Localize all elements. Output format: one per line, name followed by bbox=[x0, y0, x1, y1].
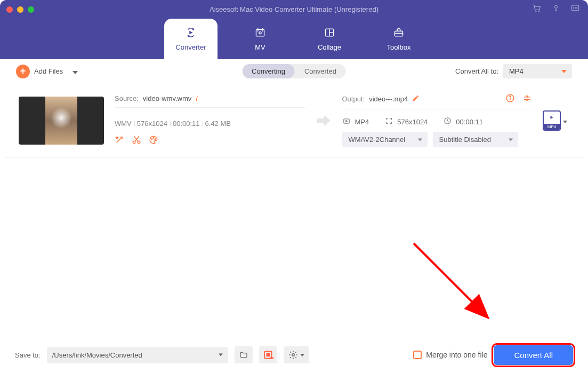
info-circle-icon[interactable] bbox=[505, 93, 515, 105]
expand-icon bbox=[385, 117, 393, 126]
arrow-icon bbox=[316, 115, 332, 126]
subtitle-select[interactable]: Subtitle Disabled bbox=[433, 132, 518, 147]
merge-checkbox[interactable] bbox=[413, 351, 422, 359]
feedback-icon[interactable] bbox=[570, 4, 581, 15]
enhance-icon[interactable] bbox=[115, 135, 124, 147]
main-nav: Converter MV Collage Toolbox bbox=[0, 19, 588, 59]
empty-area bbox=[5, 158, 583, 336]
output-resolution: 576x1024 bbox=[397, 118, 428, 126]
svg-point-18 bbox=[151, 138, 152, 139]
svg-point-17 bbox=[138, 141, 140, 144]
add-files-button[interactable]: + Add Files bbox=[16, 65, 78, 78]
source-column: Source: video-wmv.wmv i WMV 576x1024 00:… bbox=[115, 94, 305, 147]
svg-point-1 bbox=[538, 11, 539, 12]
source-filename: video-wmv.wmv bbox=[143, 94, 192, 102]
mv-icon bbox=[253, 27, 268, 40]
maximize-button[interactable] bbox=[28, 6, 34, 13]
svg-point-24 bbox=[510, 96, 511, 97]
output-filename: video---.mp4 bbox=[369, 95, 408, 103]
tab-converting[interactable]: Converting bbox=[242, 64, 295, 78]
open-folder-button[interactable] bbox=[235, 346, 253, 363]
output-duration: 00:00:11 bbox=[456, 118, 483, 126]
svg-marker-28 bbox=[563, 121, 567, 123]
video-thumbnail[interactable] bbox=[19, 97, 104, 145]
svg-point-20 bbox=[155, 138, 156, 139]
svg-marker-35 bbox=[300, 354, 304, 356]
video-icon bbox=[342, 117, 351, 126]
svg-point-9 bbox=[259, 32, 261, 34]
svg-point-6 bbox=[576, 7, 577, 8]
sub-toolbar: + Add Files Converting Converted Convert… bbox=[5, 59, 583, 83]
cart-icon[interactable] bbox=[531, 4, 542, 15]
merge-checkbox-group[interactable]: Merge into one file bbox=[413, 351, 487, 359]
settings-button[interactable] bbox=[284, 346, 309, 363]
app-window: Aiseesoft Mac Video Converter Ultimate (… bbox=[0, 0, 588, 373]
clock-icon bbox=[444, 117, 452, 126]
close-button[interactable] bbox=[6, 6, 13, 13]
save-to-label: Save to: bbox=[15, 351, 41, 359]
tab-label: Converter bbox=[175, 43, 206, 51]
format-badge-label: MP4 bbox=[544, 124, 560, 130]
tab-converted[interactable]: Converted bbox=[295, 64, 346, 78]
gpu-accel-button[interactable]: ON bbox=[259, 346, 277, 363]
chevron-down-icon[interactable] bbox=[73, 67, 78, 76]
bottom-bar: Save to: /Users/link/Movies/Converted ON… bbox=[5, 342, 583, 368]
svg-rect-32 bbox=[266, 353, 270, 357]
svg-point-0 bbox=[535, 11, 536, 12]
plus-icon: + bbox=[16, 65, 30, 78]
convert-all-to-label: Convert All to: bbox=[455, 67, 498, 75]
title-bar: Aiseesoft Mac Video Converter Ultimate (… bbox=[0, 0, 588, 19]
source-resolution: 576x1024 bbox=[137, 120, 167, 128]
file-list: Source: video-wmv.wmv i WMV 576x1024 00:… bbox=[5, 83, 583, 158]
key-icon[interactable] bbox=[552, 4, 560, 15]
edit-icon[interactable] bbox=[412, 94, 420, 104]
window-title: Aiseesoft Mac Video Converter Ultimate (… bbox=[210, 5, 378, 13]
convert-all-to-select[interactable]: MP4 bbox=[503, 64, 572, 78]
svg-rect-8 bbox=[256, 30, 264, 36]
svg-point-19 bbox=[153, 137, 154, 138]
status-tabs: Converting Converted bbox=[242, 64, 346, 78]
tab-toolbox[interactable]: Toolbox bbox=[372, 19, 425, 59]
svg-point-4 bbox=[573, 7, 574, 8]
output-format: MP4 bbox=[355, 118, 369, 126]
convert-all-button[interactable]: Convert All bbox=[494, 345, 573, 365]
audio-select[interactable]: WMAV2-2Channel bbox=[342, 132, 428, 147]
file-row: Source: video-wmv.wmv i WMV 576x1024 00:… bbox=[5, 83, 583, 158]
tab-collage[interactable]: Collage bbox=[303, 19, 356, 59]
toolbox-icon bbox=[391, 27, 406, 40]
svg-marker-7 bbox=[190, 31, 192, 34]
converter-icon bbox=[183, 27, 198, 40]
compress-icon[interactable] bbox=[522, 93, 532, 105]
tab-label: Collage bbox=[318, 43, 341, 51]
info-icon[interactable]: i bbox=[196, 94, 198, 103]
source-size: 6.42 MB bbox=[205, 120, 231, 128]
tab-converter[interactable]: Converter bbox=[164, 19, 218, 59]
minimize-button[interactable] bbox=[17, 6, 23, 13]
save-path-select[interactable]: /Users/link/Movies/Converted bbox=[47, 347, 228, 363]
source-meta: WMV 576x1024 00:00:11 6.42 MB bbox=[115, 120, 305, 128]
tab-label: Toolbox bbox=[387, 43, 411, 51]
svg-marker-26 bbox=[345, 120, 347, 122]
palette-icon[interactable] bbox=[149, 135, 158, 147]
output-label: Output: bbox=[342, 95, 365, 103]
svg-point-5 bbox=[575, 7, 575, 8]
output-format-button[interactable]: MP4 bbox=[543, 110, 561, 131]
traffic-lights bbox=[6, 6, 34, 13]
collage-icon bbox=[322, 27, 337, 40]
source-format: WMV bbox=[115, 120, 132, 128]
source-label: Source: bbox=[115, 94, 139, 102]
svg-marker-21 bbox=[317, 115, 331, 126]
svg-text:ON: ON bbox=[270, 356, 274, 360]
tab-mv[interactable]: MV bbox=[233, 19, 287, 59]
svg-point-2 bbox=[554, 5, 557, 8]
add-files-label: Add Files bbox=[34, 67, 63, 75]
svg-marker-15 bbox=[73, 71, 78, 74]
chevron-down-icon[interactable] bbox=[563, 116, 567, 125]
svg-point-34 bbox=[292, 354, 294, 356]
output-column: Output: video---.mp4 bbox=[342, 93, 533, 147]
cut-icon[interactable] bbox=[132, 135, 141, 147]
merge-label: Merge into one file bbox=[426, 351, 487, 359]
source-duration: 00:00:11 bbox=[173, 120, 200, 128]
tab-label: MV bbox=[255, 43, 265, 51]
svg-point-16 bbox=[133, 141, 135, 144]
